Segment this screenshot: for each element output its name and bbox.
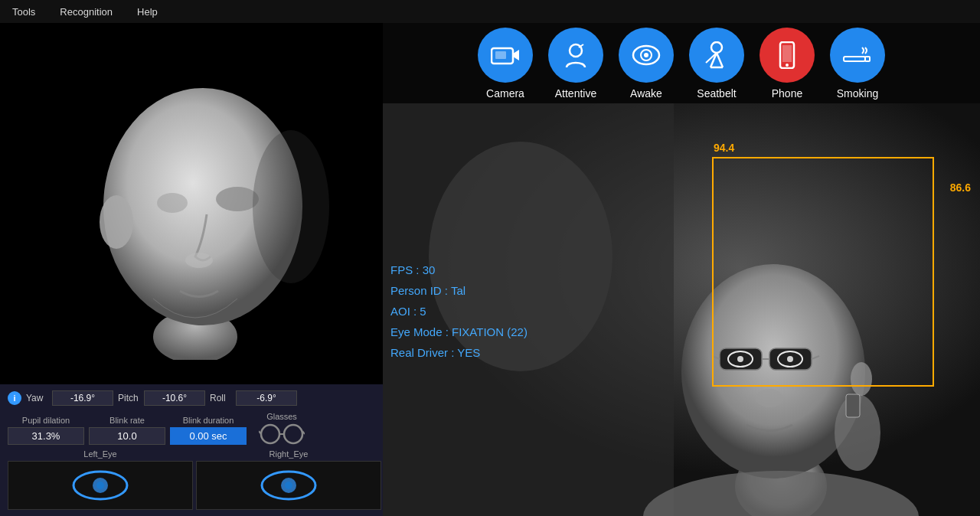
info-icon: i xyxy=(8,391,21,405)
score-right: 86.6 xyxy=(950,181,971,194)
axes-row: i Yaw Pitch Roll xyxy=(8,390,375,406)
svg-rect-52 xyxy=(846,394,860,417)
attentive-label: Attentive xyxy=(555,87,596,100)
camera-feed: FPS : 30 Person ID : Tal AOI : 5 Eye Mod… xyxy=(383,103,980,516)
seatbelt-icon xyxy=(704,41,729,69)
head-3d xyxy=(54,38,329,360)
svg-point-17 xyxy=(285,482,292,489)
status-attentive: Attentive xyxy=(548,28,603,100)
camera-icon xyxy=(491,44,520,66)
pupil-dilation-label: Pupil dilation xyxy=(22,416,70,425)
status-smoking: Smoking xyxy=(830,28,885,100)
pupil-dilation-value: 31.3% xyxy=(8,427,84,445)
svg-rect-35 xyxy=(865,57,870,61)
roll-input[interactable] xyxy=(236,390,297,406)
right-eye-label: Right_Eye xyxy=(196,449,381,459)
smoking-icon xyxy=(842,44,873,66)
phone-label: Phone xyxy=(772,87,802,100)
roll-label: Roll xyxy=(210,393,231,403)
awake-circle xyxy=(619,28,674,83)
pitch-label: Pitch xyxy=(118,393,139,403)
status-icons-bar: Camera Attentive Awake xyxy=(383,23,980,103)
status-awake: Awake xyxy=(619,28,674,100)
svg-point-14 xyxy=(96,482,104,489)
svg-rect-34 xyxy=(844,57,865,61)
aoi-text: AOI : 5 xyxy=(390,301,528,322)
overlay-info: FPS : 30 Person ID : Tal AOI : 5 Eye Mod… xyxy=(390,260,528,363)
pupil-dilation-block: Pupil dilation 31.3% xyxy=(8,416,84,445)
blink-rate-block: Blink rate 10.0 xyxy=(89,416,165,445)
right-eye-box xyxy=(196,461,381,510)
status-phone: Phone xyxy=(760,28,815,100)
blink-duration-block: Blink duration 0.00 sec xyxy=(170,416,247,445)
awake-icon xyxy=(632,44,661,66)
blink-duration-label: Blink duration xyxy=(183,416,234,425)
menu-tools[interactable]: Tools xyxy=(8,5,40,19)
attentive-circle xyxy=(548,28,603,83)
phone-circle xyxy=(760,28,815,83)
left-eye-box xyxy=(8,461,193,510)
svg-point-7 xyxy=(261,425,279,443)
camera-circle xyxy=(478,28,533,83)
eye-mode-text: Eye Mode : FIXATION (22) xyxy=(390,322,528,342)
blink-rate-label: Blink rate xyxy=(109,416,145,425)
svg-line-28 xyxy=(717,53,723,67)
left-panel: i Yaw Pitch Roll Pupil dilation 31.3% Bl… xyxy=(0,23,383,516)
svg-point-26 xyxy=(711,42,722,53)
fps-text: FPS : 30 xyxy=(390,260,528,280)
seatbelt-circle xyxy=(689,28,744,83)
menu-help[interactable]: Help xyxy=(132,5,162,19)
controls-panel: i Yaw Pitch Roll Pupil dilation 31.3% Bl… xyxy=(0,384,383,516)
blink-rate-value: 10.0 xyxy=(89,427,165,445)
svg-point-50 xyxy=(756,389,783,407)
head-area xyxy=(0,23,383,375)
glasses-icon xyxy=(259,423,305,445)
status-camera: Camera xyxy=(478,28,533,100)
left-eye-block: Left_Eye xyxy=(8,449,193,510)
real-driver-text: Real Driver : YES xyxy=(390,342,528,363)
right-panel: Camera Attentive Awake xyxy=(383,23,980,516)
svg-point-8 xyxy=(284,425,302,443)
pitch-input[interactable] xyxy=(144,390,205,406)
phone-icon xyxy=(778,41,796,69)
menu-recognition[interactable]: Recognition xyxy=(55,5,117,19)
awake-label: Awake xyxy=(630,87,662,100)
svg-point-25 xyxy=(644,53,648,57)
camera-label: Camera xyxy=(486,87,524,100)
glasses-block: Glasses xyxy=(259,412,305,445)
smoking-circle xyxy=(830,28,885,83)
yaw-input[interactable] xyxy=(52,390,113,406)
score-top: 94.4 xyxy=(714,142,734,154)
svg-rect-32 xyxy=(782,45,792,62)
detection-box: 94.4 86.6 xyxy=(712,157,934,387)
smoking-label: Smoking xyxy=(837,87,878,100)
menu-bar: Tools Recognition Help xyxy=(0,0,980,23)
svg-point-3 xyxy=(216,187,259,211)
svg-point-4 xyxy=(157,193,188,213)
status-seatbelt: Seatbelt xyxy=(689,28,744,100)
left-eye-label: Left_Eye xyxy=(8,449,193,459)
blink-duration-value: 0.00 sec xyxy=(170,427,247,445)
svg-rect-20 xyxy=(495,51,506,59)
right-eye-block: Right_Eye xyxy=(196,449,381,510)
yaw-label: Yaw xyxy=(26,393,47,403)
eyes-row: Left_Eye Right_Eye xyxy=(8,449,375,510)
attentive-icon xyxy=(562,41,590,69)
svg-point-2 xyxy=(100,195,133,249)
right-eye-svg xyxy=(258,470,319,501)
person-id-text: Person ID : Tal xyxy=(390,280,528,301)
glasses-label: Glasses xyxy=(266,412,297,421)
left-eye-svg xyxy=(70,470,131,501)
svg-point-5 xyxy=(185,253,213,268)
seatbelt-label: Seatbelt xyxy=(697,87,736,100)
svg-point-33 xyxy=(786,64,789,67)
metrics-row: Pupil dilation 31.3% Blink rate 10.0 Bli… xyxy=(8,412,375,445)
svg-point-6 xyxy=(253,130,329,283)
